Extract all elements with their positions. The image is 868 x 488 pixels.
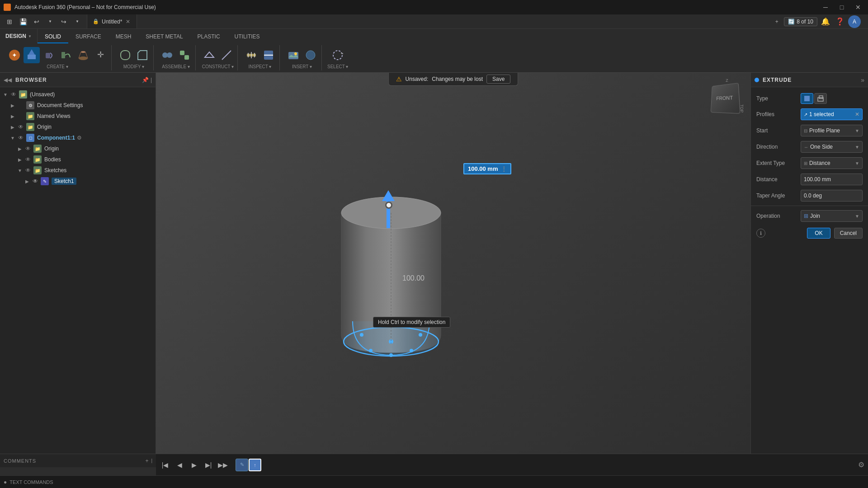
toolbar-tab-solid[interactable]: SOLID bbox=[38, 31, 68, 43]
tree-sketches[interactable]: ▼ 👁 📁 Sketches bbox=[14, 165, 156, 176]
tree-doc-settings[interactable]: ▶ ⚙ Document Settings bbox=[7, 100, 156, 111]
construct-label: CONSTRUCT ▾ bbox=[202, 64, 234, 69]
undo-dropdown[interactable]: ▼ bbox=[44, 16, 56, 28]
distance-input[interactable]: 100.00 mm bbox=[801, 174, 863, 185]
comp1-settings-icon[interactable]: ⚙ bbox=[77, 135, 82, 141]
joint-icon[interactable] bbox=[159, 47, 175, 63]
tree-component1[interactable]: ▼ 👁 ◻ Component1:1 ⚙ bbox=[7, 132, 156, 143]
doc-tab-close-button[interactable]: ✕ bbox=[125, 19, 131, 25]
type-btn-surface[interactable] bbox=[814, 93, 827, 104]
gear-icon-doc: ⚙ bbox=[26, 101, 34, 109]
assemble-icon[interactable] bbox=[176, 47, 193, 63]
direction-dropdown[interactable]: ↔ One Side ▼ bbox=[801, 141, 863, 153]
type-btn-solid[interactable] bbox=[801, 93, 813, 104]
section-analysis-icon[interactable] bbox=[260, 47, 277, 63]
drag-handle[interactable] bbox=[385, 202, 392, 209]
grid-menu-button[interactable]: ⊞ bbox=[4, 16, 15, 28]
dimension-input[interactable]: 100.00 mm ⋮ bbox=[463, 163, 511, 174]
browser-pin-button[interactable]: 📌 bbox=[142, 77, 149, 83]
svg-rect-22 bbox=[288, 52, 298, 59]
nav-cube-face[interactable]: FRONT bbox=[711, 83, 741, 114]
notification-bell[interactable]: 🔔 bbox=[819, 15, 832, 28]
fillet-icon[interactable] bbox=[117, 47, 133, 63]
tree-origin[interactable]: ▶ 👁 📁 Origin bbox=[7, 122, 156, 132]
3d-model-svg: 100.00 bbox=[328, 181, 463, 371]
taper-input[interactable]: 0.0 deg bbox=[801, 190, 863, 202]
comments-add-button[interactable]: + bbox=[145, 458, 148, 464]
tree-named-views[interactable]: ▶ 📁 Named Views bbox=[7, 111, 156, 122]
new-component-icon[interactable]: ✦ bbox=[6, 47, 23, 63]
measure-icon[interactable] bbox=[243, 47, 259, 63]
redo-dropdown[interactable]: ▼ bbox=[71, 16, 83, 28]
browser-collapse-button[interactable]: | bbox=[151, 77, 152, 83]
profiles-clear-button[interactable]: ✕ bbox=[855, 111, 859, 117]
tree-bodies[interactable]: ▶ 👁 📁 Bodies bbox=[14, 154, 156, 165]
dimension-options-icon[interactable]: ⋮ bbox=[501, 165, 507, 172]
toolbar-tab-mesh[interactable]: MESH bbox=[108, 31, 139, 43]
plane-icon[interactable] bbox=[201, 47, 217, 63]
timeline-next-button[interactable]: ▶| bbox=[203, 460, 214, 470]
eye-icon-sketches[interactable]: 👁 bbox=[24, 166, 32, 174]
loft-icon[interactable] bbox=[75, 47, 91, 63]
document-tab[interactable]: 🔒 Untitled* ✕ bbox=[87, 14, 137, 28]
browser-back-icon[interactable]: ◀◀ bbox=[4, 77, 12, 83]
undo-button[interactable]: ↩ bbox=[31, 16, 42, 28]
tree-arrow-sketch1: ▶ bbox=[24, 179, 31, 184]
comments-collapse-button[interactable]: | bbox=[151, 458, 152, 463]
operation-dropdown[interactable]: ⊞ Join ▼ bbox=[801, 210, 863, 222]
toolbar-tab-plastic[interactable]: PLASTIC bbox=[190, 31, 227, 43]
canvas[interactable]: ⚠ Unsaved: Changes may be lost Save 100.… bbox=[156, 73, 750, 454]
select-icon[interactable] bbox=[330, 47, 346, 63]
ok-button[interactable]: OK bbox=[807, 228, 830, 239]
sweep-icon[interactable] bbox=[58, 47, 74, 63]
revolve-icon[interactable] bbox=[41, 47, 57, 63]
axis-icon[interactable] bbox=[218, 47, 235, 63]
tree-root[interactable]: ▼ 👁 📁 (Unsaved) bbox=[0, 89, 156, 100]
eye-icon-bodies[interactable]: 👁 bbox=[24, 155, 32, 164]
redo-button[interactable]: ↪ bbox=[58, 16, 70, 28]
save-button[interactable]: Save bbox=[486, 75, 510, 84]
timeline-next-all-button[interactable]: ▶▶ bbox=[217, 460, 228, 470]
timeline-extrude-marker[interactable]: ↑ bbox=[249, 459, 261, 471]
move-icon[interactable]: ✛ bbox=[92, 47, 108, 63]
start-dropdown[interactable]: ⊟ Profile Plane ▼ bbox=[801, 125, 863, 136]
tree-comp-origin[interactable]: ▶ 👁 📁 Origin bbox=[14, 143, 156, 154]
tree-label-named-views: Named Views bbox=[37, 113, 71, 119]
insert-image-icon[interactable] bbox=[285, 47, 302, 63]
svg-line-27 bbox=[341, 53, 343, 54]
nav-cube[interactable]: Z FRONT TOP bbox=[709, 78, 745, 114]
tree-sketch1[interactable]: ▶ 👁 ✎ Sketch1 bbox=[22, 176, 156, 187]
save-button-quick[interactable]: 💾 bbox=[17, 16, 29, 28]
extent-type-dropdown[interactable]: ⊞ Distance ▼ bbox=[801, 157, 863, 169]
timeline-play-button[interactable]: ▶ bbox=[189, 460, 199, 470]
toolbar-tab-surface[interactable]: SURFACE bbox=[68, 31, 108, 43]
eye-icon-comp-origin[interactable]: 👁 bbox=[24, 145, 32, 153]
timeline-sketch-marker[interactable]: ✎ bbox=[236, 459, 248, 471]
close-window-button[interactable]: ✕ bbox=[852, 1, 864, 14]
eye-icon-origin[interactable]: 👁 bbox=[17, 123, 25, 131]
panel-collapse-button[interactable]: » bbox=[861, 76, 864, 84]
extrude-arrow-handle[interactable] bbox=[382, 190, 395, 228]
eye-icon-sketch1[interactable]: 👁 bbox=[31, 177, 39, 185]
text-commands-expand-icon[interactable]: ● bbox=[4, 479, 7, 485]
cancel-button[interactable]: Cancel bbox=[834, 228, 863, 239]
insert-mesh-icon[interactable] bbox=[302, 47, 319, 63]
extrude-icon[interactable] bbox=[24, 47, 40, 63]
design-dropdown-button[interactable]: DESIGN ▼ bbox=[0, 29, 38, 43]
eye-icon-comp1[interactable]: 👁 bbox=[17, 134, 25, 142]
user-avatar[interactable]: A bbox=[848, 15, 861, 28]
timeline-settings-button[interactable]: ⚙ bbox=[858, 460, 864, 469]
viewport[interactable]: ⚠ Unsaved: Changes may be lost Save 100.… bbox=[156, 73, 750, 454]
new-tab-button[interactable]: + bbox=[771, 16, 782, 27]
help-button[interactable]: ❓ bbox=[834, 15, 846, 28]
info-button[interactable]: ℹ bbox=[756, 229, 765, 238]
chamfer-icon[interactable] bbox=[134, 47, 151, 63]
profiles-select[interactable]: ↗ 1 selected ✕ bbox=[801, 108, 863, 120]
toolbar-tab-sheet-metal[interactable]: SHEET METAL bbox=[138, 31, 190, 43]
minimize-button[interactable]: ─ bbox=[819, 1, 832, 14]
eye-icon-root[interactable]: 👁 bbox=[9, 90, 18, 99]
timeline-prev-all-button[interactable]: |◀ bbox=[160, 460, 170, 470]
toolbar-tab-utilities[interactable]: UTILITIES bbox=[227, 31, 267, 43]
maximize-button[interactable]: □ bbox=[835, 1, 848, 14]
timeline-prev-button[interactable]: ◀ bbox=[174, 460, 185, 470]
